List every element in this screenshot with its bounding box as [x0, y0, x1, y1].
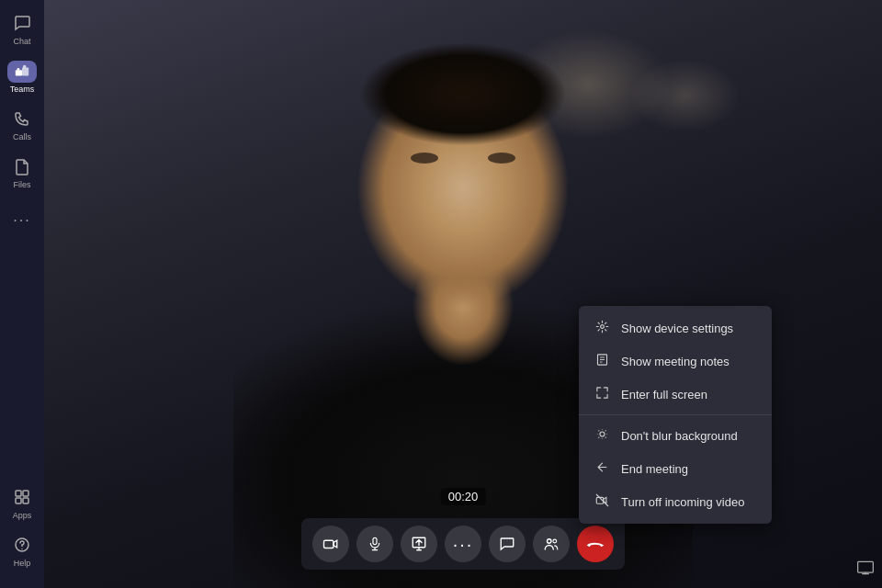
sidebar: Chat Teams Calls Files [0, 0, 44, 588]
chat-icon [13, 14, 31, 35]
chat-label: Chat [13, 37, 30, 46]
bottom-right-button[interactable] [856, 559, 875, 581]
mic-icon [368, 536, 382, 552]
menu-item-turn-off-video[interactable]: Turn off incoming video [579, 485, 772, 518]
participants-icon [542, 536, 560, 552]
svg-point-24 [605, 430, 606, 432]
menu-item-fullscreen[interactable]: Enter full screen [579, 378, 772, 411]
svg-point-29 [596, 434, 598, 435]
svg-rect-6 [16, 498, 21, 503]
svg-point-2 [23, 65, 27, 69]
sidebar-item-more[interactable]: ··· [4, 198, 40, 243]
chat-button[interactable] [489, 526, 526, 562]
fullscreen-label: Enter full screen [621, 388, 707, 401]
files-icon [13, 157, 31, 178]
svg-rect-33 [858, 561, 874, 572]
svg-point-22 [600, 432, 605, 436]
mic-button[interactable] [356, 526, 393, 562]
end-call-button[interactable] [577, 526, 614, 562]
teams-label: Teams [10, 85, 35, 94]
more-icon: ··· [13, 212, 30, 229]
meeting-notes-icon [594, 353, 610, 369]
more-button[interactable]: ··· [445, 526, 481, 562]
video-area: 00:20 ··· [44, 0, 882, 588]
chat-icon [499, 536, 515, 552]
svg-rect-1 [22, 68, 28, 76]
apps-icon [13, 488, 31, 509]
context-menu: Show device settings Show meeting notes … [579, 306, 772, 524]
sidebar-bottom: Apps Help [4, 481, 40, 581]
sidebar-item-calls[interactable]: Calls [4, 103, 40, 147]
device-settings-label: Show device settings [621, 322, 733, 335]
svg-point-17 [600, 325, 604, 329]
menu-item-blur-bg[interactable]: Don't blur background [579, 419, 772, 452]
svg-rect-4 [16, 491, 21, 496]
participants-button[interactable] [533, 526, 570, 562]
sidebar-item-help[interactable]: Help [4, 529, 40, 573]
screen-settings-icon [856, 559, 875, 577]
svg-point-27 [601, 429, 603, 431]
share-icon [411, 536, 427, 552]
svg-point-25 [597, 436, 599, 438]
calls-icon [13, 109, 31, 130]
device-settings-icon [594, 320, 610, 336]
svg-point-15 [548, 539, 552, 544]
end-meeting-icon [594, 460, 610, 477]
camera-button[interactable] [312, 526, 349, 562]
svg-point-30 [605, 434, 607, 435]
help-icon [13, 536, 31, 557]
end-call-icon [585, 537, 605, 550]
fullscreen-icon [594, 386, 610, 402]
sidebar-item-teams[interactable]: Teams [4, 55, 40, 99]
camera-icon [322, 536, 339, 552]
svg-point-26 [605, 436, 606, 438]
calls-label: Calls [13, 132, 31, 141]
share-button[interactable] [401, 526, 437, 562]
timer-value: 00:20 [448, 490, 479, 503]
svg-point-23 [597, 430, 599, 432]
sidebar-item-chat[interactable]: Chat [4, 7, 40, 51]
menu-item-end-meeting[interactable]: End meeting [579, 452, 772, 485]
svg-point-9 [21, 548, 22, 548]
control-bar: ··· [301, 518, 625, 570]
menu-item-meeting-notes[interactable]: Show meeting notes [579, 345, 772, 378]
svg-rect-7 [23, 498, 28, 503]
files-label: Files [13, 180, 30, 189]
turn-off-video-label: Turn off incoming video [621, 495, 744, 509]
sidebar-item-files[interactable]: Files [4, 151, 40, 195]
turn-off-video-icon [594, 493, 610, 510]
more-dots: ··· [453, 534, 474, 555]
menu-item-device-settings[interactable]: Show device settings [579, 311, 772, 345]
menu-divider [579, 414, 772, 415]
meeting-notes-label: Show meeting notes [621, 355, 729, 368]
sidebar-item-apps[interactable]: Apps [4, 481, 40, 526]
meeting-timer: 00:20 [441, 488, 486, 505]
end-meeting-label: End meeting [621, 462, 688, 476]
svg-rect-0 [16, 70, 22, 75]
apps-label: Apps [13, 511, 32, 520]
blur-bg-icon [594, 427, 610, 444]
svg-point-16 [553, 539, 557, 543]
svg-point-28 [601, 438, 603, 440]
svg-rect-5 [23, 491, 28, 496]
svg-point-3 [17, 68, 20, 71]
svg-rect-10 [324, 540, 334, 548]
teams-icon-bg [7, 61, 37, 83]
blur-bg-label: Don't blur background [621, 429, 738, 443]
svg-rect-11 [373, 537, 377, 544]
help-label: Help [14, 559, 31, 568]
